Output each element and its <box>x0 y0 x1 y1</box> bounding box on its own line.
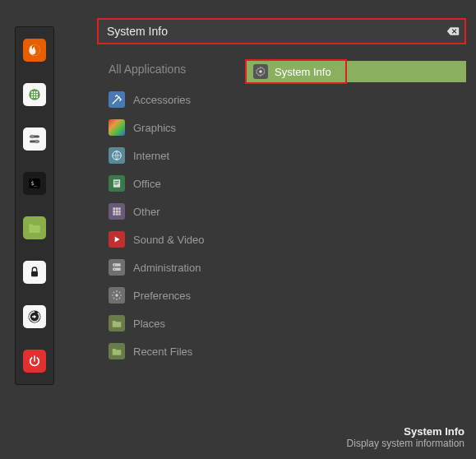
category-label: Office <box>133 178 161 190</box>
favorites-sidebar: $_ <box>15 26 54 385</box>
svg-rect-32 <box>118 213 120 215</box>
svg-rect-33 <box>113 263 120 267</box>
svg-point-38 <box>259 70 262 73</box>
search-input-value: System Info <box>107 25 168 38</box>
svg-rect-29 <box>118 211 120 213</box>
category-other[interactable]: Other <box>105 197 245 225</box>
svg-rect-25 <box>116 207 118 210</box>
graphics-icon <box>109 119 125 136</box>
svg-point-10 <box>36 96 38 98</box>
svg-point-9 <box>34 96 35 98</box>
settings-toggle-icon[interactable] <box>23 128 46 151</box>
svg-rect-20 <box>113 179 120 187</box>
terminal-icon[interactable]: $_ <box>23 172 46 195</box>
svg-rect-17 <box>31 271 38 277</box>
svg-rect-28 <box>116 211 118 213</box>
places-icon <box>109 315 125 332</box>
other-icon <box>109 203 125 220</box>
lock-icon[interactable] <box>23 261 46 284</box>
svg-point-5 <box>31 94 33 95</box>
category-administration[interactable]: Administration <box>105 253 245 281</box>
svg-point-6 <box>34 94 35 95</box>
category-label: Other <box>133 206 160 218</box>
internet-icon <box>109 147 125 164</box>
svg-point-4 <box>36 91 38 93</box>
category-header[interactable]: All Applications <box>105 59 245 86</box>
files-icon[interactable] <box>23 216 46 239</box>
svg-rect-21 <box>114 181 119 182</box>
search-bar: System Info <box>97 18 466 44</box>
category-graphics[interactable]: Graphics <box>105 114 245 141</box>
category-office[interactable]: Office <box>105 169 245 197</box>
category-sound-video[interactable]: Sound & Video <box>105 225 245 253</box>
category-list: All Applications Accessories Graphics In… <box>105 59 245 365</box>
search-input[interactable]: System Info <box>99 20 441 43</box>
category-label: Graphics <box>133 122 176 134</box>
svg-point-12 <box>30 135 35 139</box>
accessories-icon <box>109 91 125 108</box>
results-panel: System Info <box>245 59 466 84</box>
svg-point-14 <box>35 140 39 144</box>
category-label: Preferences <box>133 290 191 302</box>
category-accessories[interactable]: Accessories <box>105 86 245 114</box>
category-label: Places <box>133 318 165 330</box>
logout-icon[interactable] <box>23 305 46 328</box>
svg-point-36 <box>114 269 115 270</box>
category-label: Accessories <box>133 94 191 106</box>
firefox-icon[interactable] <box>23 39 46 62</box>
category-label: Administration <box>133 262 201 274</box>
preferences-icon <box>109 287 125 304</box>
sound-video-icon <box>109 231 125 248</box>
svg-point-3 <box>34 91 35 93</box>
svg-rect-30 <box>113 213 115 215</box>
svg-rect-27 <box>113 211 115 213</box>
category-label: Recent Files <box>133 345 192 358</box>
svg-rect-22 <box>114 183 119 183</box>
svg-point-35 <box>114 265 115 266</box>
clear-search-icon[interactable] <box>441 20 464 43</box>
result-label: System Info <box>275 66 331 78</box>
svg-point-2 <box>31 91 33 93</box>
category-internet[interactable]: Internet <box>105 141 245 169</box>
svg-point-7 <box>36 94 38 95</box>
category-preferences[interactable]: Preferences <box>105 281 245 309</box>
footer-desc: Display system information <box>347 438 464 449</box>
svg-rect-31 <box>116 213 118 215</box>
svg-text:$_: $_ <box>31 180 39 187</box>
result-selection-bg <box>347 61 466 82</box>
svg-point-8 <box>31 96 33 98</box>
apps-grid-icon[interactable] <box>23 83 46 106</box>
footer-title: System Info <box>347 425 464 438</box>
administration-icon <box>109 259 125 276</box>
category-label: Sound & Video <box>133 234 205 246</box>
svg-point-37 <box>115 294 118 297</box>
svg-rect-24 <box>113 207 115 210</box>
svg-rect-34 <box>113 268 120 271</box>
category-places[interactable]: Places <box>105 309 245 337</box>
result-system-info[interactable]: System Info <box>245 59 347 84</box>
svg-rect-23 <box>114 184 118 185</box>
office-icon <box>109 175 125 192</box>
recent-files-icon <box>109 343 125 359</box>
gear-icon <box>253 64 268 79</box>
category-label: Internet <box>133 150 169 162</box>
category-recent-files[interactable]: Recent Files <box>105 337 245 365</box>
power-icon[interactable] <box>23 350 46 373</box>
svg-rect-26 <box>118 207 120 210</box>
footer-hint: System Info Display system information <box>347 425 464 449</box>
